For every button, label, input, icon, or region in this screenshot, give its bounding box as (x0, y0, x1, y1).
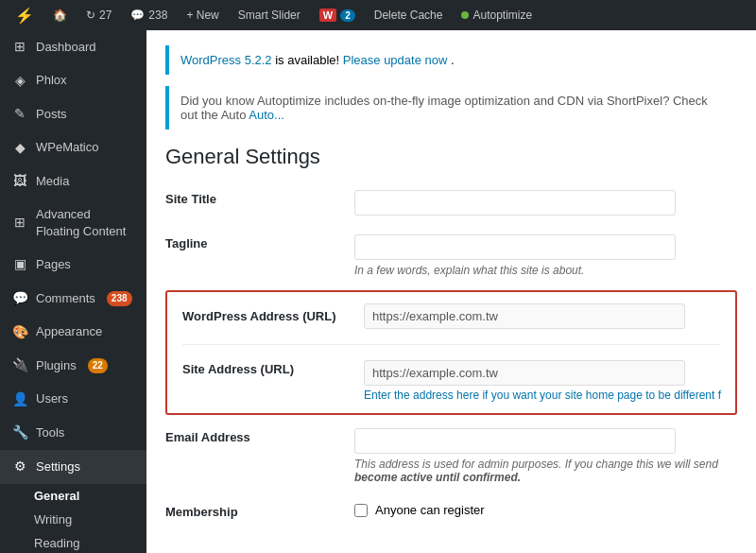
media-icon: 🖼 (11, 172, 28, 191)
wordpress-address-label: WordPress Address (URL) (175, 296, 364, 337)
site-address-link[interactable]: want your site home page to be different… (512, 389, 721, 402)
membership-checkbox-row: Anyone can register (354, 503, 737, 517)
sidebar-label-afc: Advanced Floating Content (36, 206, 135, 240)
email-note: This address is used for admin purposes.… (354, 458, 737, 484)
admin-bar: ⚡ 🏠 ↻ 27 💬 238 + New Smart Slider W 2 De… (0, 0, 756, 30)
sidebar-item-dashboard[interactable]: ⊞ Dashboard (0, 30, 146, 64)
comments-icon: 💬 (130, 9, 145, 22)
sidebar-item-phlox[interactable]: ◈ Phlox (0, 64, 146, 98)
wp-logo-button[interactable]: ⚡ (8, 0, 42, 30)
tagline-row: Tagline In a few words, explain what thi… (165, 225, 737, 286)
sidebar-item-settings[interactable]: ⚙ Settings (0, 450, 146, 484)
new-button[interactable]: + New (179, 0, 226, 30)
sidebar-item-media[interactable]: 🖼 Media (0, 164, 146, 199)
sidebar-label-pages: Pages (36, 256, 71, 273)
plugins-icon: 🔌 (11, 356, 28, 375)
wpmatico-icon: W (319, 9, 336, 22)
membership-checkbox[interactable] (354, 504, 368, 517)
membership-checkbox-label: Anyone can register (375, 503, 485, 517)
sidebar-item-appearance[interactable]: 🎨 Appearance (0, 316, 146, 350)
autoptimize-status-dot (461, 11, 469, 19)
plugins-badge: 22 (88, 358, 108, 373)
sidebar-label-comments: Comments (36, 290, 95, 307)
wpmatico-badge: 2 (340, 9, 355, 22)
wpmatico-button[interactable]: W 2 (312, 0, 363, 30)
email-note-strong: become active until confirmed. (354, 471, 521, 484)
sidebar-item-advanced-floating-content[interactable]: ⊞ Advanced Floating Content (0, 199, 146, 248)
updates-count: 27 (99, 9, 112, 22)
sidebar-label-tools: Tools (36, 424, 64, 441)
update-notice-text: is available! (275, 53, 343, 67)
smart-slider-button[interactable]: Smart Slider (231, 0, 308, 30)
membership-label: Membership (165, 493, 354, 530)
submenu-general[interactable]: General (0, 484, 146, 508)
new-label: + New (186, 9, 218, 22)
wordpress-address-input[interactable] (364, 303, 685, 329)
sidebar-item-pages[interactable]: ▣ Pages (0, 248, 146, 282)
update-now-link[interactable]: Please update now (343, 53, 448, 67)
pages-icon: ▣ (11, 255, 28, 274)
site-title-row: Site Title (165, 181, 737, 225)
site-name-button[interactable]: 🏠 (45, 0, 75, 30)
sidebar-label-dashboard: Dashboard (36, 39, 96, 56)
delete-cache-button[interactable]: Delete Cache (367, 0, 451, 30)
tools-icon: 🔧 (11, 423, 28, 442)
wpematico-icon: ◆ (11, 139, 28, 158)
settings-table-2: Email Address This address is used for a… (165, 419, 737, 530)
comments-button[interactable]: 💬 238 (123, 0, 175, 30)
sidebar-label-phlox: Phlox (36, 72, 67, 89)
sidebar-item-posts[interactable]: ✎ Posts (0, 97, 146, 131)
content-inner: WordPress 5.2.2 is available! Please upd… (146, 30, 756, 553)
afc-icon: ⊞ (11, 214, 28, 233)
content-area: WordPress 5.2.2 is available! Please upd… (146, 30, 756, 553)
sidebar-label-appearance: Appearance (36, 323, 102, 340)
sidebar-label-posts: Posts (36, 106, 67, 123)
site-address-note: Enter the address here if you want your … (364, 389, 728, 402)
autoptimize-info-link[interactable]: Auto... (249, 108, 284, 122)
email-address-input[interactable] (354, 428, 676, 454)
sidebar-item-plugins[interactable]: 🔌 Plugins 22 (0, 349, 146, 383)
sidebar-label-media: Media (36, 173, 69, 190)
sidebar-item-wpematico[interactable]: ◆ WPeMatico (0, 131, 146, 165)
settings-icon: ⚙ (11, 458, 28, 476)
updates-icon: ↻ (86, 9, 95, 22)
wordpress-address-row: WordPress Address (URL) (175, 296, 728, 337)
comments-count: 238 (148, 9, 167, 22)
updates-button[interactable]: ↻ 27 (78, 0, 119, 30)
smart-slider-label: Smart Slider (238, 9, 301, 22)
site-address-row: Site Address (URL) Enter the address her… (175, 353, 728, 409)
info-notice: Did you know Autoptimize includes on-the… (165, 86, 737, 130)
sidebar-label-settings: Settings (36, 458, 80, 475)
submenu-writing[interactable]: Writing (0, 508, 146, 531)
delete-cache-label: Delete Cache (374, 9, 443, 22)
site-title-input[interactable] (354, 190, 676, 216)
site-address-input[interactable] (364, 360, 685, 386)
update-notice-end: . (451, 53, 455, 67)
sidebar-label-plugins: Plugins (36, 357, 77, 374)
comments-sidebar-badge: 238 (107, 291, 132, 306)
tagline-input[interactable] (354, 234, 676, 260)
wp-version-link[interactable]: WordPress 5.2.2 (180, 53, 272, 67)
membership-row: Membership Anyone can register (165, 493, 737, 530)
autoptimize-button[interactable]: Autoptimize (454, 0, 540, 30)
tagline-desc: In a few words, explain what this site i… (354, 264, 737, 277)
email-address-label: Email Address (165, 419, 354, 493)
url-section: WordPress Address (URL) Site Address (UR… (165, 290, 737, 415)
phlox-icon: ◈ (11, 72, 28, 91)
sidebar-item-tools[interactable]: 🔧 Tools (0, 416, 146, 450)
appearance-icon: 🎨 (11, 323, 28, 342)
sidebar-item-users[interactable]: 👤 Users (0, 383, 146, 417)
dashboard-icon: ⊞ (11, 38, 28, 57)
settings-table: Site Title Tagline In a few words, expla… (165, 181, 737, 286)
submenu-reading[interactable]: Reading (0, 531, 146, 554)
wp-icon: ⚡ (15, 7, 34, 25)
home-icon: 🏠 (53, 9, 67, 22)
page-title: General Settings (165, 145, 737, 169)
tagline-label: Tagline (165, 225, 354, 286)
site-title-label: Site Title (165, 181, 354, 225)
sidebar-item-comments[interactable]: 💬 Comments 238 (0, 282, 146, 316)
users-icon: 👤 (11, 390, 28, 409)
sidebar-label-wpematico: WPeMatico (36, 139, 98, 156)
email-address-row: Email Address This address is used for a… (165, 419, 737, 493)
posts-icon: ✎ (11, 105, 28, 124)
